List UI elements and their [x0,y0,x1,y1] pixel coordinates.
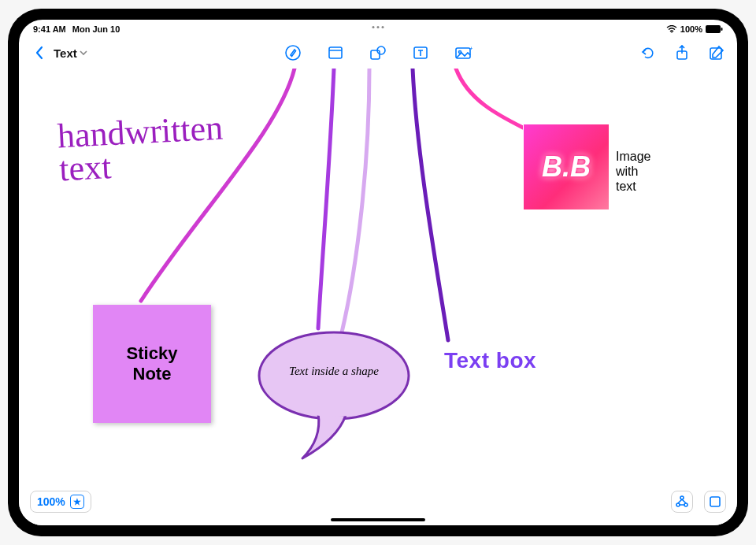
svg-text:+: + [469,45,472,52]
back-button[interactable] [30,43,49,62]
sticky-note[interactable]: Sticky Note [93,305,211,423]
sticky-note-text: Sticky Note [127,343,178,384]
image-caption: Image with text [616,149,650,195]
svg-rect-19 [710,497,720,506]
svg-point-16 [680,496,684,499]
zoom-control[interactable]: 100% ★ [30,491,91,513]
freeform-canvas[interactable]: handwritten text Sticky Note Text inside… [19,69,737,525]
pen-tool-button[interactable] [284,43,302,62]
media-tool-button[interactable]: + [454,43,472,62]
home-indicator[interactable] [331,518,425,521]
status-bar: 9:41 AM Mon Jun 10 100% [19,20,737,37]
svg-rect-4 [329,47,342,58]
battery-icon [706,25,723,33]
share-button[interactable] [673,43,691,62]
speech-bubble-shape[interactable]: Text inside a shape [255,328,413,462]
image-thumb-text: B.B [542,150,591,184]
screen: 9:41 AM Mon Jun 10 100% [19,20,737,525]
multitask-dots-icon[interactable] [372,26,384,28]
board-title-label: Text [54,46,77,60]
svg-rect-1 [706,25,721,33]
favorites-icon[interactable]: ★ [70,495,84,509]
image-object[interactable]: B.B [523,124,610,210]
shape-tool-button[interactable] [369,43,387,62]
svg-point-18 [684,503,687,506]
text-tool-button[interactable] [411,43,430,62]
svg-point-17 [676,503,680,506]
handwritten-text[interactable]: handwritten text [57,112,225,186]
zoom-level-label: 100% [37,495,65,508]
app-toolbar: Text + [19,37,737,69]
shape-inner-text: Text inside a shape [255,365,413,378]
board-title-dropdown[interactable]: Text [54,46,88,60]
wifi-icon [666,25,677,33]
sticky-note-tool-button[interactable] [326,43,345,62]
status-battery-pct: 100% [680,24,702,34]
undo-button[interactable] [638,43,657,62]
mini-map-button[interactable] [704,491,726,513]
compose-button[interactable] [707,43,726,62]
svg-rect-2 [721,28,723,31]
svg-rect-6 [371,50,380,59]
device-frame: 9:41 AM Mon Jun 10 100% [8,9,748,536]
collaboration-button[interactable] [671,491,693,513]
text-box[interactable]: Text box [444,348,536,373]
svg-point-0 [671,32,673,33]
chevron-down-icon [79,46,88,60]
status-time: 9:41 AM [33,24,66,34]
status-date: Mon Jun 10 [72,24,120,34]
